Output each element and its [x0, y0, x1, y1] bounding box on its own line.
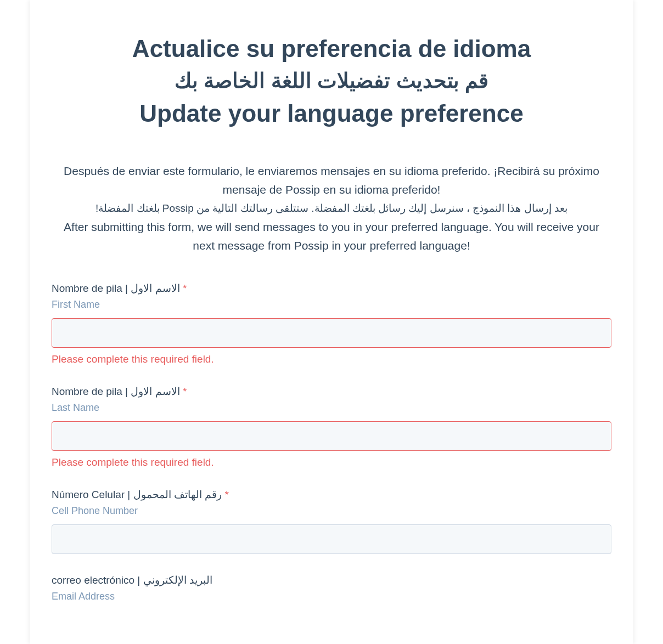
first-name-label-text: Nombre de pila | الاسم الاول: [52, 283, 180, 294]
email-label: correo electrónico | البريد الإلكتروني: [52, 574, 611, 586]
last-name-input[interactable]: [52, 421, 611, 451]
form-page: Actualice su preferencia de idioma قم بت…: [30, 0, 633, 644]
cell-phone-input[interactable]: [52, 524, 611, 554]
cell-phone-label: Número Celular | رقم الهاتف المحمول *: [52, 488, 611, 501]
last-name-sublabel: Last Name: [52, 402, 611, 414]
email-field-group: correo electrónico | البريد الإلكتروني E…: [52, 574, 611, 602]
description-arabic: بعد إرسال هذا النموذج ، سنرسل إليك رسائل…: [52, 200, 611, 217]
first-name-input[interactable]: [52, 318, 611, 348]
last-name-label-text: Nombre de pila | الاسم الاول: [52, 386, 180, 397]
email-label-text: correo electrónico | البريد الإلكتروني: [52, 574, 212, 586]
required-asterisk: *: [183, 386, 187, 397]
last-name-label: Nombre de pila | الاسم الاول *: [52, 385, 611, 398]
description-spanish: Después de enviar este formulario, le en…: [52, 162, 611, 199]
cell-phone-label-text: Número Celular | رقم الهاتف المحمول: [52, 489, 222, 500]
first-name-field-group: Nombre de pila | الاسم الاول * First Nam…: [52, 282, 611, 365]
description-english: After submitting this form, we will send…: [52, 218, 611, 255]
email-sublabel: Email Address: [52, 591, 611, 602]
required-asterisk: *: [224, 489, 228, 500]
title-arabic: قم بتحديث تفضيلات اللغة الخاصة بك: [52, 65, 611, 97]
first-name-label: Nombre de pila | الاسم الاول *: [52, 282, 611, 295]
header-section: Actualice su preferencia de idioma قم بت…: [52, 33, 611, 129]
last-name-error: Please complete this required field.: [52, 456, 611, 468]
title-spanish: Actualice su preferencia de idioma: [52, 33, 611, 64]
last-name-field-group: Nombre de pila | الاسم الاول * Last Name…: [52, 385, 611, 468]
required-asterisk: *: [183, 283, 187, 294]
first-name-sublabel: First Name: [52, 299, 611, 310]
cell-phone-field-group: Número Celular | رقم الهاتف المحمول * Ce…: [52, 488, 611, 554]
title-english: Update your language preference: [52, 98, 611, 129]
cell-phone-sublabel: Cell Phone Number: [52, 505, 611, 517]
first-name-error: Please complete this required field.: [52, 353, 611, 365]
description-section: Después de enviar este formulario, le en…: [52, 162, 611, 255]
